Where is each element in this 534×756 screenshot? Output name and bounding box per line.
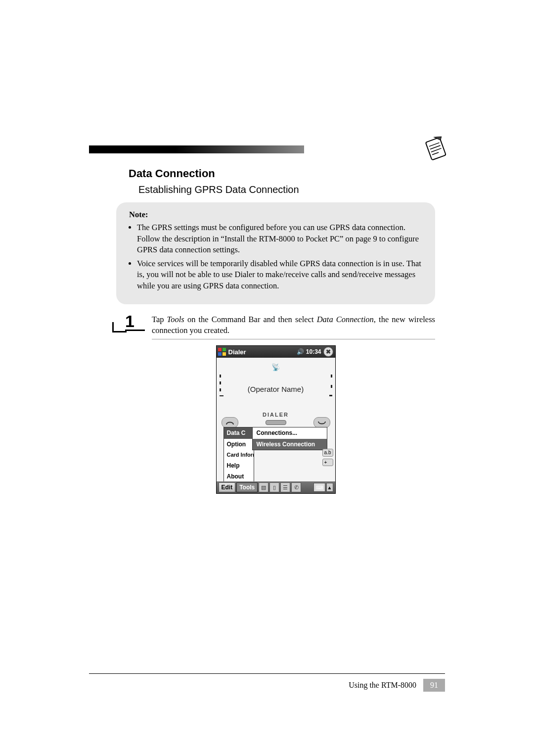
close-icon[interactable]: ✖: [323, 347, 333, 357]
menu-item-card-info[interactable]: Card Information...: [224, 450, 254, 460]
keyboard-icon[interactable]: ⌨: [313, 483, 325, 492]
data-connection-submenu: Connections... Wireless Connection: [252, 427, 327, 450]
header-gradient: [89, 145, 304, 153]
sip-up-icon[interactable]: ▲: [326, 483, 333, 492]
ppc-app-title: Dialer: [228, 348, 295, 357]
operator-name: (Operator Name): [217, 384, 335, 394]
menu-item-help[interactable]: Help: [224, 460, 254, 471]
cmd-icon-4[interactable]: ✆: [291, 482, 301, 492]
cmd-icon-1[interactable]: ▧: [259, 482, 268, 492]
tools-menu: Data C Option Card Information... Help A…: [223, 427, 254, 481]
section-title: Data Connection: [129, 167, 450, 180]
note-label: Note:: [129, 209, 422, 220]
menu-item-option[interactable]: Option: [224, 439, 254, 450]
page-content: Data Connection Establishing GPRS Data C…: [89, 25, 450, 717]
svg-rect-3: [222, 348, 226, 351]
step-text: Tap Tools on the Command Bar and then se…: [152, 314, 435, 340]
page-number: 91: [423, 679, 445, 692]
cmd-icon-2[interactable]: ▯: [269, 482, 279, 492]
antenna-icon: 📡: [271, 363, 280, 372]
note-item: The GPRS settings must be configured bef…: [137, 222, 422, 255]
submenu-item-connections[interactable]: Connections...: [253, 427, 327, 438]
hangup-icon[interactable]: [313, 417, 330, 428]
step-1: 1 Tap Tools on the Command Bar and then …: [116, 314, 435, 494]
cmd-icon-3[interactable]: ☰: [280, 482, 290, 492]
keypad-hint-icons: a.b +: [322, 449, 333, 466]
ppc-titlebar: Dialer 🔊 10:34 ✖: [217, 346, 335, 358]
ppc-command-bar: Edit Tools ▧ ▯ ☰ ✆ ⌨ ▲: [217, 481, 335, 493]
note-item: Voice services will be temporarily disab…: [137, 258, 422, 291]
cmd-tools-button[interactable]: Tools: [236, 482, 258, 492]
note-box: Note: The GPRS settings must be configur…: [116, 202, 435, 304]
submenu-item-wireless-connection[interactable]: Wireless Connection: [253, 439, 327, 450]
call-controls: [222, 417, 330, 428]
svg-rect-2: [218, 348, 222, 351]
plus-badge: +: [322, 459, 333, 467]
header-bar: [89, 139, 450, 158]
page-footer: Using the RTM-8000 91: [89, 673, 445, 692]
speaker-icon[interactable]: 🔊: [297, 348, 304, 356]
ppc-body: 📡 (Operator Name) DIALER: [217, 358, 335, 481]
ppc-clock: 10:34: [306, 348, 321, 356]
pocketpc-screenshot: Dialer 🔊 10:34 ✖ 📡 (Operator Name) DIALE…: [216, 345, 336, 494]
header-note-icon: [420, 134, 450, 163]
subsection-title: Establishing GPRS Data Connection: [138, 184, 450, 195]
slider-icon[interactable]: [266, 420, 286, 425]
emphasis-data-connection: Data Connection: [317, 315, 374, 324]
footer-text: Using the RTM-8000: [349, 681, 416, 690]
call-icon[interactable]: [222, 417, 238, 428]
step-number-marker: 1: [115, 310, 141, 336]
menu-item-data-connection[interactable]: Data C: [224, 427, 254, 438]
svg-rect-5: [222, 352, 226, 356]
menu-item-about[interactable]: About: [224, 471, 254, 482]
cmd-edit-button[interactable]: Edit: [219, 482, 236, 492]
emphasis-tools: Tools: [167, 315, 184, 324]
svg-rect-4: [218, 352, 222, 356]
svg-rect-0: [426, 138, 446, 160]
start-icon[interactable]: [218, 347, 226, 356]
abc-badge: a.b: [322, 449, 333, 457]
